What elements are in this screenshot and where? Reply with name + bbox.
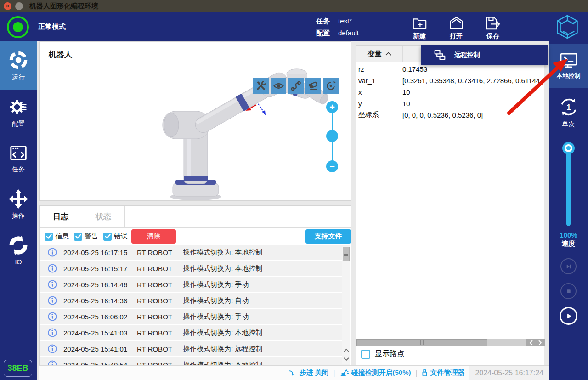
stop-icon <box>565 287 573 295</box>
log-message: 操作模式切换为: 本地控制 <box>183 248 262 257</box>
step-mode-toggle[interactable]: 步进 关闭 <box>288 369 328 377</box>
filter-信息[interactable]: 信息 <box>45 232 69 241</box>
show-waypoints-checkbox[interactable] <box>361 350 370 359</box>
remote-control-label: 远程控制 <box>454 51 480 59</box>
log-entry[interactable]: 2024-05-25 16:14:46RT ROBOT操作模式切换为: 手动 <box>40 277 350 292</box>
log-entry[interactable]: 2024-05-25 16:06:02RT ROBOT操作模式切换为: 手动 <box>40 309 350 324</box>
sidebar-item-config[interactable]: 配置 <box>0 90 37 136</box>
single-run-button[interactable]: 1 单次 <box>549 96 588 133</box>
variables-header-tab[interactable]: 变量 <box>356 46 403 62</box>
speed-slider-handle[interactable] <box>562 142 575 154</box>
remote-control-menu-item[interactable]: 远程控制 <box>421 45 548 65</box>
app-header: 正常模式 任务 test* 配置 default 新建打开保存 <box>0 12 588 41</box>
variable-row[interactable]: y10 <box>356 98 544 109</box>
log-entry[interactable]: 2024-05-25 16:17:15RT ROBOT操作模式切换为: 本地控制 <box>40 245 350 260</box>
log-tab-日志[interactable]: 日志 <box>40 206 82 227</box>
log-tab-状态[interactable]: 状态 <box>82 206 125 227</box>
sidebar-item-operate[interactable]: 操作 <box>0 181 37 227</box>
tools-button[interactable] <box>253 78 269 94</box>
stop-button[interactable] <box>560 283 577 299</box>
scroll-right-icon[interactable] <box>536 339 545 346</box>
open-icon <box>449 15 464 30</box>
robot-panel: 机器人 <box>39 41 351 201</box>
info-icon <box>48 280 57 289</box>
minimize-window-icon[interactable]: − <box>15 2 23 10</box>
scroll-left-icon[interactable] <box>526 339 536 346</box>
log-time: 2024-05-25 15:41:03 <box>63 329 137 337</box>
save-icon <box>485 15 502 30</box>
log-scrollbar-thumb[interactable] <box>343 247 350 261</box>
checkbox-信息[interactable] <box>45 233 53 241</box>
info-icon <box>48 248 57 257</box>
log-source: RT ROBOT <box>137 345 177 353</box>
save-button[interactable]: 保存 <box>478 15 508 40</box>
reset-view-button[interactable] <box>323 78 339 94</box>
collapse-chevron-icon[interactable] <box>385 52 391 56</box>
zoom-in-button[interactable]: + <box>326 101 338 113</box>
variable-row[interactable]: 坐标系[0, 0, 0, 0.5236, 0.5236, 0] <box>356 109 544 121</box>
variable-row[interactable]: rz0.17453 <box>356 63 544 75</box>
io-icon <box>8 235 28 255</box>
remote-control-icon <box>434 49 446 61</box>
zoom-out-button[interactable]: − <box>326 160 338 172</box>
log-entry[interactable]: 2024-05-25 16:15:17RT ROBOT操作模式切换为: 本地控制 <box>40 261 350 276</box>
file-manager-button[interactable]: 文件管理器 <box>422 369 464 377</box>
variables-title: 变量 <box>368 50 382 58</box>
sidebar-item-run[interactable]: 运行 <box>0 41 37 90</box>
log-scrollbar[interactable] <box>342 246 350 364</box>
sidebar-label-operate: 操作 <box>12 212 25 220</box>
variable-value: 10 <box>402 88 544 96</box>
open-button[interactable]: 打开 <box>441 15 471 40</box>
local-control-button[interactable]: 本地控制 <box>549 44 588 88</box>
log-entry[interactable]: 2024-05-25 16:14:36RT ROBOT操作模式切换为: 自动 <box>40 293 350 308</box>
close-window-icon[interactable]: ✕ <box>4 2 11 10</box>
variables-hscrollbar-thumb[interactable] <box>356 339 487 346</box>
task-config-info: 任务 test* 配置 default <box>316 15 359 39</box>
log-entry[interactable]: 2024-05-25 15:41:01RT ROBOT操作模式切换为: 远程控制 <box>40 341 350 356</box>
task-icon <box>8 143 28 163</box>
eye-icon <box>272 80 285 92</box>
reset-view-icon <box>325 80 337 92</box>
info-icon <box>48 344 57 353</box>
skip-next-icon <box>564 262 573 271</box>
scroll-down-icon[interactable] <box>342 355 350 363</box>
zoom-slider-handle[interactable] <box>326 130 338 142</box>
variable-row[interactable]: var_1[0.3261, 0.35348, 0.73416, 2.72866,… <box>356 75 544 86</box>
scroll-up-icon[interactable] <box>342 346 350 354</box>
trajectory-button[interactable] <box>288 78 304 94</box>
variable-row[interactable]: x10 <box>356 86 544 98</box>
step-next-button[interactable] <box>560 258 577 274</box>
log-entry[interactable]: 2024-05-25 15:40:54RT ROBOT操作模式切换为: 本地控制 <box>40 357 350 365</box>
play-button[interactable] <box>560 307 577 325</box>
sidebar-item-io[interactable]: IO <box>0 227 37 273</box>
task-label: 任务 <box>316 15 334 27</box>
collision-detection-toggle[interactable]: 碰撞检测开启(50%) <box>340 369 411 377</box>
single-run-label: 单次 <box>562 120 575 129</box>
filter-警告[interactable]: 警告 <box>74 232 98 241</box>
show-waypoints-toggle[interactable]: 显示路点 <box>361 349 404 359</box>
variables-hscrollbar[interactable] <box>356 339 527 346</box>
sidebar-item-task[interactable]: 任务 <box>0 136 37 181</box>
speed-slider-track[interactable] <box>566 143 571 226</box>
zoom-control: + − <box>325 101 339 172</box>
filter-错误[interactable]: 错误 <box>103 232 128 241</box>
checkbox-错误[interactable] <box>103 233 112 241</box>
robot-3d-view[interactable]: + − <box>40 67 351 201</box>
run-icon <box>8 50 29 71</box>
erase-button[interactable] <box>305 78 321 94</box>
log-entry[interactable]: 2024-05-25 15:41:03RT ROBOT操作模式切换为: 本地控制 <box>40 325 350 340</box>
right-control-bar: 本地控制 1 单次 100% 速度 <box>549 41 588 380</box>
checkbox-警告[interactable] <box>74 233 82 241</box>
support-file-button[interactable]: 支持文件 <box>305 229 351 244</box>
new-button[interactable]: 新建 <box>405 15 434 40</box>
log-message: 操作模式切换为: 本地控制 <box>183 361 262 366</box>
save-label: 保存 <box>486 32 499 40</box>
log-message: 操作模式切换为: 远程控制 <box>183 345 262 353</box>
app-logo-icon <box>555 14 580 40</box>
log-source: RT ROBOT <box>137 313 177 321</box>
visibility-button[interactable] <box>271 78 286 94</box>
log-list: 2024-05-25 16:17:15RT ROBOT操作模式切换为: 本地控制… <box>40 245 351 365</box>
terminal-icon <box>559 52 578 69</box>
status-timestamp: 2024-05-25 16:17:24 <box>469 366 549 380</box>
clear-log-button[interactable]: 清除 <box>131 229 176 244</box>
